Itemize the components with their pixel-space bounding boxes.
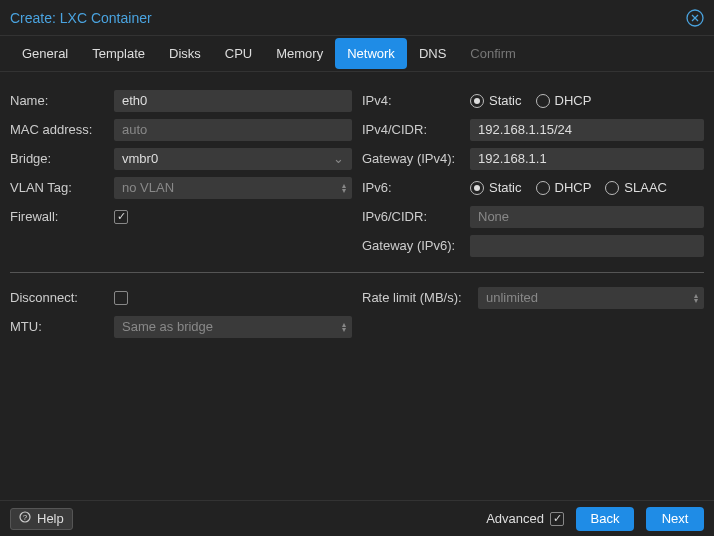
ipv4-label: IPv4:	[362, 93, 470, 108]
footer: ? Help Advanced Back Next	[0, 500, 714, 536]
tab-dns[interactable]: DNS	[407, 38, 458, 69]
help-icon: ?	[19, 511, 31, 526]
mac-input[interactable]	[114, 119, 352, 141]
firewall-checkbox[interactable]	[114, 210, 128, 224]
content-area: Name: MAC address: Bridge: vmbr0 ⌄ VLAN …	[0, 72, 714, 500]
gateway6-label: Gateway (IPv6):	[362, 238, 470, 253]
gateway4-label: Gateway (IPv4):	[362, 151, 470, 166]
right-column: IPv4: Static DHCP IPv4/CIDR: Gateway (IP…	[362, 86, 704, 260]
tab-cpu[interactable]: CPU	[213, 38, 264, 69]
advanced-label: Advanced	[486, 511, 544, 526]
name-input[interactable]	[114, 90, 352, 112]
tab-confirm: Confirm	[458, 38, 528, 69]
vlan-placeholder: no VLAN	[122, 180, 344, 195]
gateway4-input[interactable]	[470, 148, 704, 170]
titlebar: Create: LXC Container	[0, 0, 714, 36]
firewall-label: Firewall:	[10, 209, 114, 224]
name-label: Name:	[10, 93, 114, 108]
ipv4cidr-label: IPv4/CIDR:	[362, 122, 470, 137]
tab-bar: General Template Disks CPU Memory Networ…	[0, 36, 714, 72]
ratelimit-placeholder: unlimited	[486, 290, 696, 305]
tab-disks[interactable]: Disks	[157, 38, 213, 69]
tab-template[interactable]: Template	[80, 38, 157, 69]
vlan-stepper[interactable]: no VLAN ▴▾	[114, 177, 352, 199]
close-button[interactable]	[686, 9, 704, 27]
ipv6-radio-slaac[interactable]: SLAAC	[605, 180, 667, 195]
stepper-icon: ▴▾	[342, 322, 346, 332]
tab-network[interactable]: Network	[335, 38, 407, 69]
mtu-placeholder: Same as bridge	[122, 319, 344, 334]
disconnect-label: Disconnect:	[10, 290, 114, 305]
window-title: Create: LXC Container	[10, 10, 152, 26]
advanced-toggle[interactable]: Advanced	[486, 511, 564, 526]
tab-general[interactable]: General	[10, 38, 80, 69]
bridge-value: vmbr0	[122, 151, 333, 166]
vlan-label: VLAN Tag:	[10, 180, 114, 195]
gateway6-input[interactable]	[470, 235, 704, 257]
ipv6cidr-label: IPv6/CIDR:	[362, 209, 470, 224]
ipv6-radio-static[interactable]: Static	[470, 180, 522, 195]
ipv4cidr-input[interactable]	[470, 119, 704, 141]
ipv6-radio-dhcp[interactable]: DHCP	[536, 180, 592, 195]
divider	[10, 272, 704, 273]
tab-memory[interactable]: Memory	[264, 38, 335, 69]
right-column-adv: Rate limit (MB/s): unlimited ▴▾	[362, 283, 704, 341]
back-button[interactable]: Back	[576, 507, 634, 531]
disconnect-checkbox[interactable]	[114, 291, 128, 305]
stepper-icon: ▴▾	[342, 183, 346, 193]
ipv4-radio-static[interactable]: Static	[470, 93, 522, 108]
ipv6cidr-input[interactable]	[470, 206, 704, 228]
mtu-label: MTU:	[10, 319, 114, 334]
svg-text:?: ?	[23, 513, 28, 522]
mac-label: MAC address:	[10, 122, 114, 137]
ratelimit-label: Rate limit (MB/s):	[362, 290, 478, 305]
help-label: Help	[37, 511, 64, 526]
bridge-select[interactable]: vmbr0 ⌄	[114, 148, 352, 170]
left-column-adv: Disconnect: MTU: Same as bridge ▴▾	[10, 283, 352, 341]
chevron-down-icon: ⌄	[333, 151, 344, 166]
ipv4-radio-dhcp[interactable]: DHCP	[536, 93, 592, 108]
mtu-stepper[interactable]: Same as bridge ▴▾	[114, 316, 352, 338]
help-button[interactable]: ? Help	[10, 508, 73, 530]
next-button[interactable]: Next	[646, 507, 704, 531]
ratelimit-stepper[interactable]: unlimited ▴▾	[478, 287, 704, 309]
bridge-label: Bridge:	[10, 151, 114, 166]
ipv6-label: IPv6:	[362, 180, 470, 195]
advanced-checkbox[interactable]	[550, 512, 564, 526]
stepper-icon: ▴▾	[694, 293, 698, 303]
left-column: Name: MAC address: Bridge: vmbr0 ⌄ VLAN …	[10, 86, 352, 260]
